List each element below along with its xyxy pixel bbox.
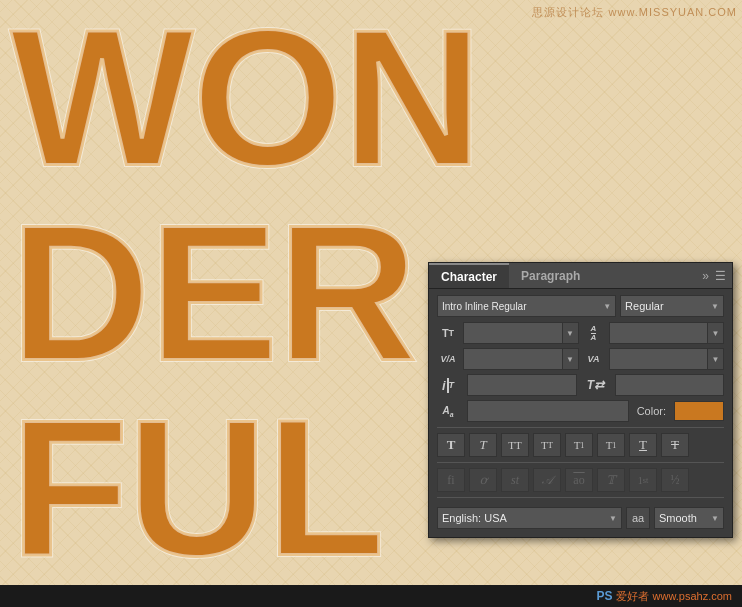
vertical-scale-icon: iT bbox=[437, 374, 459, 396]
tracking-icon: VA bbox=[583, 348, 605, 370]
discretionary-button[interactable]: ao bbox=[565, 468, 593, 492]
ps-site: 爱好者 www.psahz.com bbox=[616, 589, 732, 604]
baseline-icon: Aa bbox=[437, 400, 459, 422]
smooth-select[interactable]: Smooth ▼ bbox=[654, 507, 724, 529]
kerning-input[interactable]: Metrics bbox=[464, 353, 562, 365]
expand-icon[interactable]: » bbox=[702, 269, 709, 283]
vertical-scale-input[interactable]: 100% bbox=[468, 379, 576, 391]
language-select[interactable]: English: USA ▼ bbox=[437, 507, 622, 529]
tab-paragraph[interactable]: Paragraph bbox=[509, 263, 592, 288]
color-swatch[interactable] bbox=[674, 401, 724, 421]
font-name-arrow: ▼ bbox=[603, 302, 611, 311]
ps-logo: PS bbox=[596, 589, 612, 603]
tracking-input[interactable]: 100 bbox=[610, 353, 708, 365]
tracking-field[interactable]: 100 ▼ bbox=[609, 348, 725, 370]
baseline-input[interactable]: 0 pt bbox=[468, 405, 628, 417]
glyph-buttons-row: fi ơ st 𝒜 ao 𝕋 1st ½ bbox=[437, 468, 724, 492]
font-size-field[interactable]: 200 pt ▼ bbox=[463, 322, 579, 344]
superscript2-button[interactable]: 1st bbox=[629, 468, 657, 492]
baseline-field[interactable]: 0 pt bbox=[467, 400, 629, 422]
kerning-field[interactable]: Metrics ▼ bbox=[463, 348, 579, 370]
font-size-icon: TT bbox=[437, 322, 459, 344]
smooth-arrow: ▼ bbox=[711, 514, 719, 523]
fractions-button[interactable]: ½ bbox=[661, 468, 689, 492]
horizontal-scale-icon: T⇄ bbox=[585, 374, 607, 396]
faux-bold-button[interactable]: T bbox=[437, 433, 465, 457]
bottom-row: English: USA ▼ aa Smooth ▼ bbox=[437, 503, 724, 531]
menu-icon[interactable]: ☰ bbox=[715, 269, 726, 283]
font-style-select[interactable]: Regular ▼ bbox=[620, 295, 724, 317]
character-panel: Character Paragraph » ☰ Intro Inline Reg… bbox=[428, 262, 733, 538]
kerning-tracking-row: V/A Metrics ▼ VA 100 ▼ bbox=[437, 348, 724, 370]
horizontal-scale-input[interactable]: 100% bbox=[616, 379, 724, 391]
ordinal-button[interactable]: 𝕋 bbox=[597, 468, 625, 492]
underline-button[interactable]: T bbox=[629, 433, 657, 457]
strikethrough-button[interactable]: T bbox=[661, 433, 689, 457]
vertical-scale-field[interactable]: 100% bbox=[467, 374, 577, 396]
color-label: Color: bbox=[637, 405, 666, 417]
horizontal-scale-field[interactable]: 100% bbox=[615, 374, 725, 396]
kerning-dropdown[interactable]: ▼ bbox=[562, 349, 578, 369]
titling-button[interactable]: 𝒜 bbox=[533, 468, 561, 492]
subscript-button[interactable]: T1 bbox=[597, 433, 625, 457]
size-leading-row: TT 200 pt ▼ A A 190 pt ▼ bbox=[437, 322, 724, 344]
leading-input[interactable]: 190 pt bbox=[610, 327, 708, 339]
lang-arrow: ▼ bbox=[609, 514, 617, 523]
divider-2 bbox=[437, 462, 724, 463]
font-row: Intro Inline Regular ▼ Regular ▼ bbox=[437, 295, 724, 317]
font-style-arrow: ▼ bbox=[711, 302, 719, 311]
divider-3 bbox=[437, 497, 724, 498]
oldstyle-button[interactable]: ơ bbox=[469, 468, 497, 492]
superscript-button[interactable]: T1 bbox=[565, 433, 593, 457]
leading-icon: A A bbox=[583, 322, 605, 344]
ps-bar: PS 爱好者 www.psahz.com bbox=[0, 585, 742, 607]
divider-1 bbox=[437, 427, 724, 428]
all-caps-button[interactable]: TT bbox=[501, 433, 529, 457]
font-size-input[interactable]: 200 pt bbox=[464, 327, 562, 339]
panel-header: Character Paragraph » ☰ bbox=[429, 263, 732, 289]
scale-row: iT 100% T⇄ 100% bbox=[437, 374, 724, 396]
kerning-icon: V/A bbox=[437, 348, 459, 370]
leading-field[interactable]: 190 pt ▼ bbox=[609, 322, 725, 344]
text-line-2: DER bbox=[10, 195, 416, 390]
text-line-3: FUL bbox=[10, 390, 383, 585]
ligature-button[interactable]: fi bbox=[437, 468, 465, 492]
baseline-color-row: Aa 0 pt Color: bbox=[437, 400, 724, 422]
small-caps-button[interactable]: TT bbox=[533, 433, 561, 457]
text-line-1: WON bbox=[10, 0, 481, 195]
faux-italic-button[interactable]: T bbox=[469, 433, 497, 457]
swash-button[interactable]: st bbox=[501, 468, 529, 492]
typo-buttons-row: T T TT TT T1 T1 T T bbox=[437, 433, 724, 457]
tracking-dropdown[interactable]: ▼ bbox=[707, 349, 723, 369]
font-size-dropdown[interactable]: ▼ bbox=[562, 323, 578, 343]
aa-label: aa bbox=[626, 507, 650, 529]
tab-character[interactable]: Character bbox=[429, 263, 509, 288]
font-name-select[interactable]: Intro Inline Regular ▼ bbox=[437, 295, 616, 317]
panel-body: Intro Inline Regular ▼ Regular ▼ TT 200 … bbox=[429, 289, 732, 537]
leading-dropdown[interactable]: ▼ bbox=[707, 323, 723, 343]
